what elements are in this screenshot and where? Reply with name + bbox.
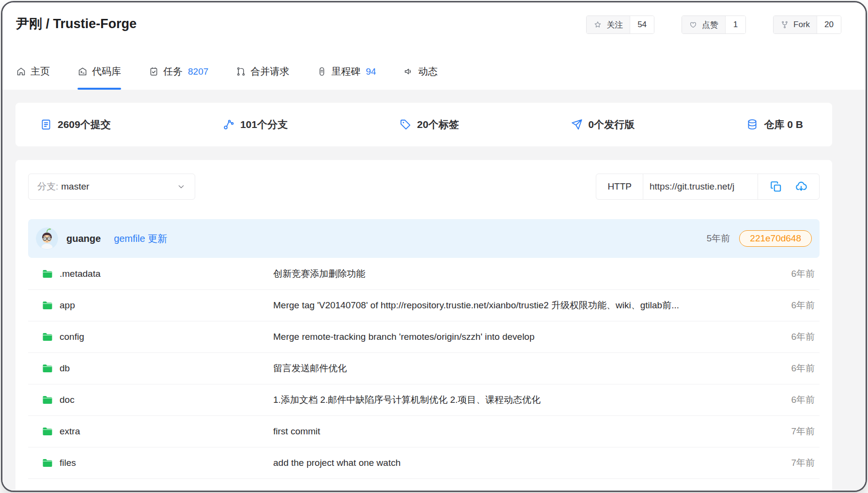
file-row-metadata[interactable]: .metadata 创新竞赛添加删除功能 6年前 [28,258,820,289]
protocol-select[interactable]: HTTP [596,174,643,199]
file-commit-time: 6年前 [791,299,815,312]
file-commit-message[interactable]: 创新竞赛添加删除功能 [273,268,791,280]
fork-button-label-area: Fork [774,16,817,33]
repo-action-buttons: 关注 54 点赞 1 Fork 20 [586,16,841,34]
tab-issues-count: 8207 [188,66,208,77]
file-row-partial[interactable] [28,478,820,492]
star-icon [593,20,602,29]
folder-icon [42,363,53,374]
file-commit-message[interactable]: first commit [273,426,791,437]
file-name[interactable]: app [60,300,273,311]
repo-browser-card: 分支: master HTTP https://git.trustie.net/… [16,160,832,492]
file-commit-message[interactable]: Merge tag 'V20140708' of http://reposito… [273,299,791,312]
file-row-app[interactable]: app Merge tag 'V20140708' of http://repo… [28,289,820,321]
clone-url-field[interactable]: https://git.trustie.net/j [643,174,758,199]
file-row-files[interactable]: files add the project what one watch 7年前 [28,447,820,478]
file-name[interactable]: doc [60,395,273,405]
release-icon [571,118,583,131]
stat-releases-label: 0个发行版 [589,118,635,131]
file-row-db[interactable]: db 留言发送邮件优化 6年前 [28,352,820,384]
tab-issues[interactable]: 任务 8207 [149,53,208,90]
merge-icon [236,66,246,77]
fork-button[interactable]: Fork 20 [773,16,841,34]
branch-selector[interactable]: 分支: master [28,174,195,200]
tab-activity-label: 动态 [418,65,437,78]
file-name[interactable]: config [60,332,273,342]
repo-nav-tabs: 主页 代码库 任务 8207 合并请求 里程碑 94 动态 [16,53,437,90]
file-commit-message[interactable]: 1.添加文档 2.邮件中缺陷序号计算机制优化 2.项目、课程动态优化 [273,394,791,406]
commit-time: 5年前 [707,232,730,245]
page-title: 尹刚 / Trustie-Forge [16,15,137,32]
stat-commits-label: 2609个提交 [58,118,111,131]
file-name[interactable]: extra [60,426,273,437]
commit-author[interactable]: guange [66,233,101,244]
folder-icon [42,300,53,311]
repo-size-icon [746,118,759,131]
stat-commits[interactable]: 2609个提交 [40,118,111,131]
app-window: 尹刚 / Trustie-Forge 关注 54 点赞 1 Fork [1,1,867,492]
folder-icon [42,426,53,437]
clone-actions [758,174,819,199]
file-commit-time: 7年前 [791,425,815,438]
tab-merge-requests[interactable]: 合并请求 [236,53,289,90]
stat-tags-label: 20个标签 [417,118,459,131]
file-row-extra[interactable]: extra first commit 7年前 [28,415,820,447]
download-icon[interactable] [795,180,807,193]
praise-count[interactable]: 1 [725,16,745,33]
stat-branches-label: 101个分支 [240,118,288,131]
stat-branches[interactable]: 101个分支 [222,118,288,131]
file-commit-time: 6年前 [791,268,815,280]
commit-sha-badge[interactable]: 221e70d648 [739,230,812,247]
latest-commit-row: guange gemfile 更新 5年前 221e70d648 [28,219,820,258]
file-row-config[interactable]: config Merge remote-tracking branch 'rem… [28,321,820,352]
tag-icon [399,118,412,131]
fork-count[interactable]: 20 [817,16,841,33]
file-name[interactable]: .metadata [60,269,273,279]
repo-stats-bar: 2609个提交 101个分支 20个标签 0个发行版 仓库 0 B [16,103,832,146]
branch-icon [222,118,235,131]
file-commit-time: 6年前 [791,331,815,343]
file-row-doc[interactable]: doc 1.添加文档 2.邮件中缺陷序号计算机制优化 2.项目、课程动态优化 6… [28,384,820,415]
stat-tags[interactable]: 20个标签 [399,118,459,131]
task-icon [149,66,159,77]
tab-code-repo[interactable]: 代码库 [78,53,121,90]
watch-label: 关注 [606,19,623,31]
commit-message-link[interactable]: gemfile 更新 [114,232,167,245]
watch-button[interactable]: 关注 54 [586,16,654,34]
avatar[interactable] [36,227,58,250]
tab-milestones-count: 94 [366,66,376,77]
folder-icon [42,331,53,343]
file-commit-time: 6年前 [791,362,815,375]
file-commit-message[interactable]: Merge remote-tracking branch 'remotes/or… [273,332,791,342]
file-commit-time: 7年前 [791,457,815,469]
file-commit-message[interactable]: 留言发送邮件优化 [273,362,791,375]
heart-icon [689,20,698,29]
praise-button-label-area: 点赞 [682,16,725,33]
file-commit-message[interactable]: add the project what one watch [273,458,791,468]
tab-code-repo-label: 代码库 [92,65,121,78]
stat-repo-size-label: 仓库 0 B [764,118,803,131]
folder-icon [42,457,53,469]
tab-milestones-label: 里程碑 [331,65,360,78]
code-repo-icon [78,66,88,77]
stat-repo-size[interactable]: 仓库 0 B [746,118,803,131]
avatar-image [36,227,58,250]
watch-count[interactable]: 54 [630,16,654,33]
branch-selector-label: 分支: [37,180,58,193]
repo-toolbar: 分支: master HTTP https://git.trustie.net/… [28,174,820,200]
file-commit-time: 6年前 [791,394,815,406]
praise-button[interactable]: 点赞 1 [682,16,746,34]
watch-button-label-area: 关注 [587,16,630,33]
file-name[interactable]: files [60,458,273,468]
tab-merge-requests-label: 合并请求 [250,65,289,78]
tab-milestones[interactable]: 里程碑 94 [317,53,376,90]
folder-icon [42,394,53,406]
stat-releases[interactable]: 0个发行版 [571,118,635,131]
copy-icon[interactable] [770,180,782,193]
file-name[interactable]: db [60,363,273,374]
tab-activity[interactable]: 动态 [403,53,437,90]
tab-home-label: 主页 [31,65,50,78]
clone-url-group: HTTP https://git.trustie.net/j [596,174,820,200]
tab-home[interactable]: 主页 [16,53,50,90]
milestone-icon [317,66,327,77]
